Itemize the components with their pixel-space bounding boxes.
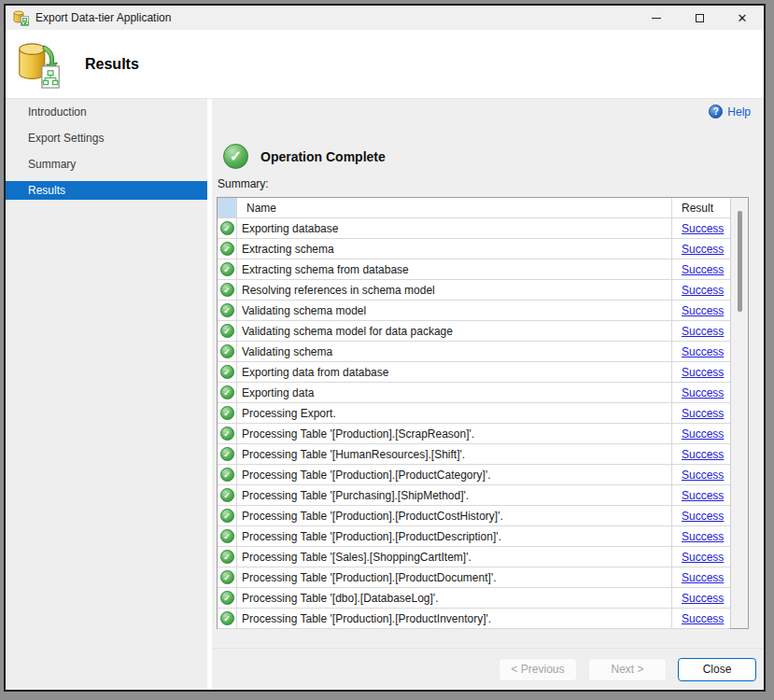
table-row[interactable]: ✓ Processing Table '[Production].[Produc…: [218, 526, 730, 547]
database-export-icon: [14, 39, 64, 90]
table-row[interactable]: ✓ Validating schema Success: [218, 342, 730, 362]
name-column-header: Name: [237, 198, 671, 217]
row-status-cell: ✓: [218, 218, 237, 238]
close-window-button[interactable]: ✕: [721, 6, 764, 30]
row-result-cell: Success: [671, 424, 730, 443]
task-name: Validating schema model for data package: [237, 321, 671, 341]
table-row[interactable]: ✓ Processing Table '[Production].[Produc…: [218, 609, 730, 629]
sidebar-item-export-settings[interactable]: Export Settings: [6, 125, 207, 151]
row-status-cell: ✓: [218, 280, 237, 300]
success-check-icon: ✓: [220, 611, 234, 625]
success-check-icon: ✓: [220, 283, 234, 297]
help-link[interactable]: ? Help: [709, 105, 751, 119]
table-row[interactable]: ✓ Processing Table '[HumanResources].[Sh…: [218, 444, 730, 465]
row-status-cell: ✓: [218, 506, 237, 525]
page-title: Results: [85, 56, 139, 73]
table-row[interactable]: ✓ Validating schema model for data packa…: [218, 321, 730, 342]
row-status-cell: ✓: [218, 239, 237, 259]
success-link[interactable]: Success: [682, 304, 724, 317]
next-button[interactable]: Next >: [588, 658, 667, 681]
wizard-step-sidebar: Introduction Export Settings Summary Res…: [6, 99, 212, 690]
table-row[interactable]: ✓ Processing Table '[Purchasing].[ShipMe…: [218, 485, 730, 506]
success-check-icon: ✓: [220, 303, 234, 317]
table-header-row: Name Result: [218, 198, 730, 218]
table-row[interactable]: ✓ Processing Table '[dbo].[DatabaseLog]'…: [218, 588, 730, 609]
success-link[interactable]: Success: [682, 530, 724, 543]
task-name: Processing Table '[Purchasing].[ShipMeth…: [237, 485, 671, 505]
row-status-cell: ✓: [218, 547, 237, 567]
previous-button[interactable]: < Previous: [499, 658, 577, 681]
sidebar-item-introduction[interactable]: Introduction: [6, 99, 207, 125]
maximize-button[interactable]: [678, 6, 721, 30]
table-row[interactable]: ✓ Processing Table '[Sales].[ShoppingCar…: [218, 547, 730, 567]
table-row[interactable]: ✓ Extracting schema Success: [218, 239, 730, 259]
success-link[interactable]: Success: [682, 386, 724, 399]
success-link[interactable]: Success: [682, 427, 724, 441]
table-row[interactable]: ✓ Processing Table '[Production].[Produc…: [218, 465, 730, 485]
row-result-cell: Success: [671, 342, 730, 361]
row-result-cell: Success: [671, 588, 730, 608]
maximize-icon: [696, 14, 704, 22]
close-button[interactable]: Close: [678, 658, 756, 681]
row-result-cell: Success: [671, 259, 730, 279]
row-result-cell: Success: [671, 465, 730, 484]
title-bar[interactable]: Export Data-tier Application ✕: [6, 6, 764, 30]
success-link[interactable]: Success: [682, 284, 724, 297]
wizard-footer: < Previous Next > Close: [212, 648, 764, 690]
success-link[interactable]: Success: [682, 448, 724, 461]
row-status-cell: ✓: [218, 403, 237, 423]
success-link[interactable]: Success: [682, 551, 724, 564]
row-status-cell: ✓: [218, 383, 237, 402]
sidebar-item-results[interactable]: Results: [6, 177, 207, 203]
table-row[interactable]: ✓ Processing Export. Success: [218, 403, 730, 424]
row-result-cell: Success: [671, 609, 730, 628]
close-icon: ✕: [738, 12, 748, 24]
table-row[interactable]: ✓ Exporting database Success: [218, 218, 730, 239]
success-link[interactable]: Success: [682, 407, 724, 420]
success-check-icon-large: ✓: [223, 144, 248, 169]
success-link[interactable]: Success: [682, 592, 724, 605]
table-row[interactable]: ✓ Resolving references in schema model S…: [218, 280, 730, 301]
vertical-scrollbar-thumb[interactable]: [738, 211, 742, 312]
success-check-icon: ✓: [220, 509, 234, 523]
export-data-tier-wizard-window: Export Data-tier Application ✕: [4, 4, 766, 692]
success-link[interactable]: Success: [682, 571, 724, 584]
task-name: Processing Table '[dbo].[DatabaseLog]'.: [237, 588, 671, 608]
success-check-icon: ✓: [220, 427, 234, 441]
table-row[interactable]: ✓ Processing Table '[Production].[ScrapR…: [218, 424, 730, 444]
table-row[interactable]: ✓ Processing Table '[Production].[Produc…: [218, 506, 730, 526]
success-link[interactable]: Success: [682, 345, 724, 358]
success-link[interactable]: Success: [682, 325, 724, 338]
success-check-icon: ✓: [220, 570, 234, 584]
success-link[interactable]: Success: [682, 222, 724, 235]
success-check-icon: ✓: [220, 406, 234, 420]
row-status-cell: ✓: [218, 485, 237, 505]
success-link[interactable]: Success: [682, 489, 724, 502]
success-link[interactable]: Success: [682, 510, 724, 523]
vertical-scrollbar-track[interactable]: [730, 198, 748, 628]
table-row[interactable]: ✓ Processing Table '[Production].[Produc…: [218, 567, 730, 588]
row-result-cell: Success: [671, 218, 730, 238]
task-name: Processing Table '[Production].[ProductC…: [237, 465, 671, 484]
task-name: Validating schema: [237, 342, 671, 361]
success-link[interactable]: Success: [682, 263, 724, 276]
task-name: Exporting database: [237, 218, 671, 238]
row-result-cell: Success: [671, 383, 730, 402]
success-link[interactable]: Success: [682, 612, 724, 625]
table-row[interactable]: ✓ Extracting schema from database Succes…: [218, 259, 730, 280]
success-link[interactable]: Success: [682, 366, 724, 379]
table-row[interactable]: ✓ Exporting data Success: [218, 383, 730, 403]
table-row[interactable]: ✓ Exporting data from database Success: [218, 362, 730, 383]
result-column-header: Result: [671, 198, 730, 217]
success-check-icon: ✓: [220, 447, 234, 461]
success-link[interactable]: Success: [682, 243, 724, 256]
success-link[interactable]: Success: [682, 469, 724, 482]
row-status-cell: ✓: [218, 362, 237, 382]
task-name: Processing Table '[Production].[ProductI…: [237, 609, 671, 628]
sidebar-item-summary[interactable]: Summary: [6, 151, 207, 177]
row-status-cell: ✓: [218, 259, 237, 279]
row-status-cell: ✓: [218, 424, 237, 443]
row-result-cell: Success: [671, 547, 730, 567]
minimize-button[interactable]: [635, 6, 678, 30]
table-row[interactable]: ✓ Validating schema model Success: [218, 301, 730, 321]
